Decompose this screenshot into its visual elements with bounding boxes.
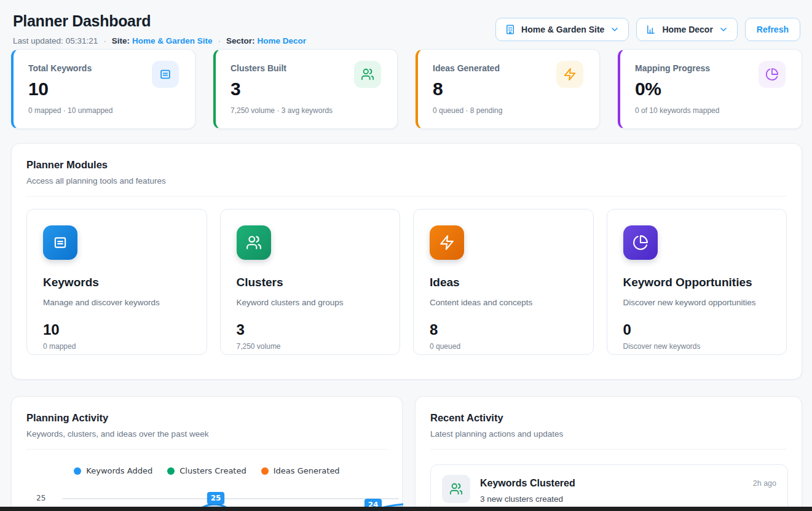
users-icon [237,225,271,260]
module-description: Keyword clusters and groups [237,298,384,307]
chevron-down-icon [719,25,728,34]
stat-card-clusters-built: Clusters Built 3 7,250 volume · 3 avg ke… [213,49,398,129]
stat-sub: 0 queued · 8 pending [433,106,585,115]
recent-activity-subtitle: Latest planning actions and updates [430,429,787,439]
legend-label: Keywords Added [86,466,152,475]
data-point-label: 25 [207,492,224,504]
module-sub: 0 queued [430,342,577,351]
stat-sub: 0 of 10 keywords mapped [635,106,787,115]
modules-grid: Keywords Manage and discover keywords 10… [12,197,802,355]
activity-item-description: 3 new clusters created [480,494,743,504]
module-card-keyword-opportunities[interactable]: Keyword Opportunities Discover new keywo… [607,209,787,355]
page-title: Planner Dashboard [13,12,151,30]
recent-activity-title: Recent Activity [430,412,787,424]
planning-activity-panel: Planning Activity Keywords, clusters, an… [11,396,403,511]
legend-label: Ideas Generated [274,466,340,475]
module-sub: Discover new keywords [623,342,771,351]
module-description: Manage and discover keywords [43,298,191,307]
bar-chart-icon [645,24,656,35]
module-sub: 7,250 volume [237,342,384,351]
sector-selector-label: Home Decor [662,25,712,34]
separator-dot: · [103,36,106,45]
page-meta: Last updated: 05:31:21 · Site: Home & Ga… [13,36,306,45]
module-title: Clusters [237,276,384,289]
sector-link[interactable]: Home Decor [257,36,306,45]
document-icon [43,225,77,260]
header-actions: Home & Garden Site Home Decor Refresh [495,18,800,41]
stat-card-mapping-progress: Mapping Progress 0% 0 of 10 keywords map… [618,49,802,129]
users-icon [354,61,381,88]
module-card-keywords[interactable]: Keywords Manage and discover keywords 10… [26,209,207,355]
legend-item-keywords-added: Keywords Added [74,466,152,475]
legend-dot-icon [167,467,175,475]
bottom-dark-strip [0,507,812,511]
planning-activity-header: Planning Activity Keywords, clusters, an… [12,397,402,450]
recent-activity-panel: Recent Activity Latest planning actions … [415,396,802,511]
activity-item-timestamp: 2h ago [753,479,776,488]
module-card-ideas[interactable]: Ideas Content ideas and concepts 8 0 que… [413,209,594,355]
module-title: Ideas [430,276,577,289]
planner-modules-panel: Planner Modules Access all planning tool… [11,143,802,380]
stats-row: Total Keywords 10 0 mapped · 10 unmapped… [11,49,802,129]
sector-label: Sector: [226,36,255,45]
site-link[interactable]: Home & Garden Site [132,36,213,45]
activity-item-title: Keywords Clustered [480,478,743,489]
legend-dot-icon [74,467,81,475]
module-value: 0 [623,321,771,338]
modules-panel-title: Planner Modules [26,159,787,171]
activity-item-keywords-clustered: Keywords Clustered 3 new clusters create… [430,464,788,511]
pie-chart-icon [759,61,786,88]
refresh-button[interactable]: Refresh [745,18,800,41]
last-updated-label: Last updated: [13,36,63,45]
pie-chart-icon [623,225,658,260]
module-value: 8 [430,321,577,338]
last-updated-value: 05:31:21 [66,36,98,45]
planning-activity-title: Planning Activity [26,412,387,424]
module-card-clusters[interactable]: Clusters Keyword clusters and groups 3 7… [220,209,401,355]
site-selector-label: Home & Garden Site [521,25,604,34]
stat-sub: 7,250 volume · 3 avg keywords [231,106,382,115]
module-description: Discover new keyword opportunities [623,298,771,307]
site-selector-dropdown[interactable]: Home & Garden Site [495,18,629,41]
module-value: 10 [43,321,191,338]
divider [430,449,787,450]
module-description: Content ideas and concepts [430,298,577,307]
modules-panel-header: Planner Modules Access all planning tool… [12,144,802,197]
building-icon [505,24,516,35]
divider [26,449,387,450]
site-label: Site: [112,36,130,45]
recent-activity-header: Recent Activity Latest planning actions … [416,397,802,450]
stat-card-ideas-generated: Ideas Generated 8 0 queued · 8 pending [416,49,600,129]
document-icon [152,61,179,88]
legend-dot-icon [261,467,269,475]
planner-dashboard-page: Planner Dashboard Last updated: 05:31:21… [0,0,812,511]
activity-item-text: Keywords Clustered 3 new clusters create… [480,475,743,504]
stat-card-total-keywords: Total Keywords 10 0 mapped · 10 unmapped [11,49,195,129]
module-title: Keywords [43,276,191,289]
planning-activity-subtitle: Keywords, clusters, and ideas over the p… [26,429,387,439]
chevron-down-icon [610,25,620,34]
stat-sub: 0 mapped · 10 unmapped [28,106,180,115]
module-value: 3 [237,321,384,338]
zap-icon [430,225,464,260]
users-icon [442,475,470,503]
legend-item-clusters-created: Clusters Created [167,466,246,475]
separator-dot: · [218,36,221,45]
modules-panel-subtitle: Access all planning tools and features [26,176,787,185]
module-title: Keyword Opportunities [623,276,771,289]
module-sub: 0 mapped [43,342,191,351]
sector-selector-dropdown[interactable]: Home Decor [636,18,737,41]
legend-item-ideas-generated: Ideas Generated [261,466,340,475]
chart-legend: Keywords Added Clusters Created Ideas Ge… [12,466,402,475]
zap-icon [556,61,583,88]
legend-label: Clusters Created [179,466,246,475]
